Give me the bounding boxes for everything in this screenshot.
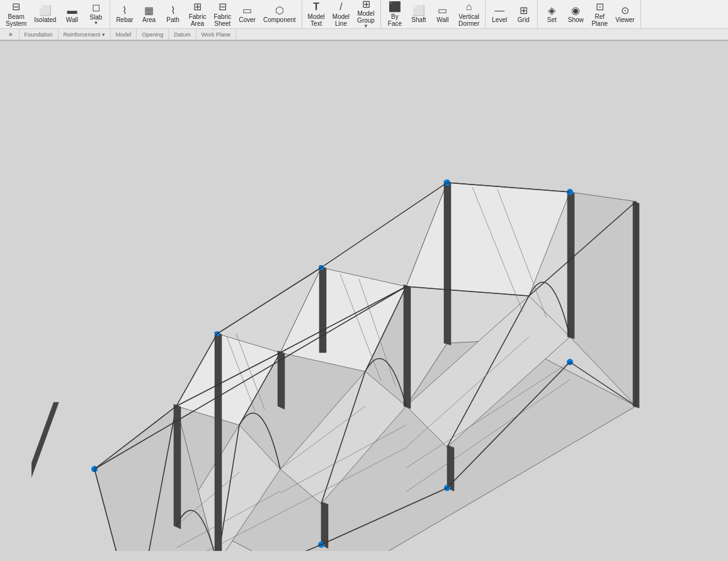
cover-icon: ▭ [242,5,252,16]
by-face-label: ByFace [388,13,402,27]
toolbar-group-foundation: ⊟ BeamSystem ⬜ Isolated ▬ Wall ◻ Slab ▼ [0,0,110,28]
level-label: Level [492,16,507,23]
by-face-icon: ⬛ [389,1,401,13]
isolated-button[interactable]: ⬜ Isolated [31,2,59,27]
ribbon-section-foundation: Foundation [20,29,59,40]
toolbar-top: ⊟ BeamSystem ⬜ Isolated ▬ Wall ◻ Slab ▼ … [0,0,728,29]
fabric-sheet-icon: ⊟ [219,1,227,13]
model-group-button[interactable]: ⊞ ModelGroup ▼ [354,2,378,27]
show-label: Show [568,16,584,23]
toolbar-group-reinforcement: ⌇ Rebar ▦ Area ⌇ Path ⊞ FabricArea ⊟ Fab… [110,0,302,28]
toolbar-group-workplane: ◈ Set ◉ Show ⊡ RefPlane ⊙ Viewer [538,0,640,28]
ribbon-section-workplane: Work Plane [196,29,236,40]
fabric-sheet-label: FabricSheet [213,13,231,27]
fabric-area-icon: ⊞ [193,1,202,13]
show-icon: ◉ [571,5,580,16]
wall-opening-icon: ▭ [438,5,447,16]
toolbar: ⊟ BeamSystem ⬜ Isolated ▬ Wall ◻ Slab ▼ … [0,0,728,41]
path-icon: ⌇ [171,5,176,16]
wall-opening-button[interactable]: ▭ Wall [431,2,454,27]
shaft-label: Shaft [411,16,426,23]
model-group-label: ModelGroup [357,10,375,24]
set-icon: ◈ [548,5,555,16]
svg-marker-48 [321,502,328,548]
svg-marker-47 [215,332,222,551]
isolated-icon: ⬜ [39,5,52,16]
ribbon-section-datum: Datum [169,29,196,40]
wall-icon: ▬ [67,5,77,16]
set-button[interactable]: ◈ Set [540,2,563,27]
path-button[interactable]: ⌇ Path [162,2,185,27]
grid-label: Grid [518,16,530,23]
beam-system-button[interactable]: ⊟ BeamSystem [3,2,30,27]
ref-plane-label: RefPlane [591,13,608,27]
svg-marker-46 [174,404,181,529]
model-group-icon: ⊞ [362,0,370,9]
fabric-area-button[interactable]: ⊞ FabricArea [186,2,210,27]
model-text-icon: T [313,1,319,13]
viewer-icon: ⊙ [621,5,629,16]
cover-label: Cover [239,16,256,23]
svg-marker-41 [567,191,574,339]
grid-button[interactable]: ⊞ Grid [512,2,535,27]
vertical-dormer-icon: ⌂ [466,1,472,13]
svg-marker-43 [404,285,411,409]
by-face-button[interactable]: ⬛ ByFace [384,2,406,27]
main-canvas[interactable]: .face-light { fill: #e8e8e8; stroke: #55… [0,41,728,561]
toolbar-group-datum: — Level ⊞ Grid [486,0,538,28]
vertical-dormer-label: VerticalDormer [458,13,479,27]
wall-opening-label: Wall [436,16,448,23]
model-text-label: ModelText [308,13,325,27]
shaft-icon: ⬜ [412,5,425,16]
wall-label: Wall [66,16,78,23]
svg-marker-12 [570,192,636,406]
level-icon: — [494,5,504,16]
grid-icon: ⊞ [520,5,528,16]
ref-plane-button[interactable]: ⊡ RefPlane [588,2,611,27]
rebar-icon: ⌇ [122,5,127,16]
area-icon: ▦ [144,5,154,16]
ref-plane-icon: ⊡ [596,1,604,13]
area-button[interactable]: ▦ Area [138,2,161,27]
path-label: Path [166,16,179,23]
viewer-button[interactable]: ⊙ Viewer [612,2,637,27]
toolbar-group-opening: ⬛ ByFace ⬜ Shaft ▭ Wall ⌂ VerticalDormer [381,0,486,28]
set-label: Set [547,16,557,23]
component-label: Component [263,16,296,23]
ribbon-tab-expand[interactable]: » [3,29,20,40]
rebar-button[interactable]: ⌇ Rebar [113,2,136,27]
building-3d-view: .face-light { fill: #e8e8e8; stroke: #55… [31,72,699,551]
show-button[interactable]: ◉ Show [564,2,587,27]
ribbon-section-opening: Opening [137,29,169,40]
slab-icon: ◻ [92,2,100,13]
area-label: Area [142,16,156,23]
toolbar-bottom: » Foundation Reinforcement ▾ Model Openi… [0,29,728,40]
beam-system-icon: ⊟ [12,1,20,13]
slab-button[interactable]: ◻ Slab ▼ [84,2,107,27]
rebar-label: Rebar [116,16,133,23]
component-button[interactable]: ⬡ Component [260,2,299,27]
isolated-label: Isolated [34,16,56,23]
ribbon-section-reinforcement: Reinforcement ▾ [59,29,111,40]
svg-marker-44 [319,266,326,353]
model-line-button[interactable]: / ModelLine [329,2,353,27]
svg-marker-42 [444,181,451,345]
model-text-button[interactable]: T ModelText [305,2,328,27]
model-line-label: ModelLine [333,13,350,27]
wall-button[interactable]: ▬ Wall [60,2,83,27]
shaft-button[interactable]: ⬜ Shaft [407,2,430,27]
svg-rect-16 [31,402,59,528]
vertical-dormer-button[interactable]: ⌂ VerticalDormer [455,2,482,27]
cover-button[interactable]: ▭ Cover [236,2,259,27]
beam-system-label: BeamSystem [6,13,26,27]
model-line-icon: / [339,1,342,13]
fabric-area-label: FabricArea [189,13,207,27]
component-icon: ⬡ [275,5,284,16]
slab-dropdown-arrow: ▼ [93,21,98,26]
viewer-label: Viewer [615,16,634,23]
fabric-sheet-button[interactable]: ⊟ FabricSheet [210,2,234,27]
ribbon-section-model: Model [111,29,137,40]
level-button[interactable]: — Level [488,2,511,27]
toolbar-group-model: T ModelText / ModelLine ⊞ ModelGroup ▼ [302,0,381,28]
